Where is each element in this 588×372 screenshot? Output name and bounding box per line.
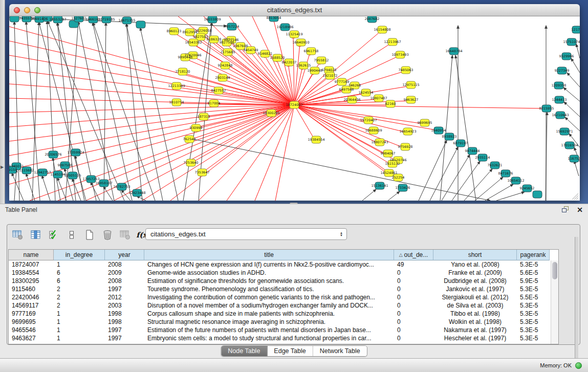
column-header-title[interactable]: title — [144, 250, 394, 260]
table-row[interactable]: 1456911722003Disruption of a novel membe… — [9, 301, 558, 310]
table-cell[interactable]: 49 — [394, 261, 433, 268]
tab-edge-table[interactable]: Edge Table — [267, 346, 313, 356]
collapsed-west-panel-divider[interactable]: ▶ — [0, 0, 5, 204]
table-cell[interactable]: Wolkin et al. (1998) — [433, 318, 517, 325]
zoom-window-button[interactable] — [34, 7, 40, 13]
table-scrollbar[interactable] — [551, 260, 558, 344]
table-cell[interactable]: 1997 — [105, 335, 144, 342]
table-cell[interactable]: 9115460 — [9, 286, 54, 293]
table-cell[interactable]: 5.9E-5 — [517, 277, 550, 285]
table-cell[interactable]: 5.5E-5 — [517, 294, 550, 301]
graph-node-teal[interactable] — [10, 16, 19, 22]
table-cell[interactable]: 9777169 — [9, 310, 54, 317]
table-scrollbar-thumb[interactable] — [552, 262, 557, 279]
table-cell[interactable]: 14569117 — [9, 302, 54, 309]
table-row[interactable]: 1872400712008Changes of HCN gene express… — [9, 260, 558, 269]
table-cell[interactable]: 1998 — [105, 318, 144, 325]
table-settings-button[interactable] — [12, 230, 24, 240]
table-cell[interactable]: 5.3E-5 — [517, 326, 550, 334]
table-cell[interactable]: Estimation of the future numbers of pati… — [144, 326, 394, 334]
column-header-in_degree[interactable]: in_degree — [54, 250, 105, 260]
table-cell[interactable]: Disruption of a novel member of a sodium… — [144, 302, 394, 309]
table-cell[interactable]: 2008 — [105, 277, 144, 285]
tab-network-table[interactable]: Network Table — [313, 346, 367, 356]
table-cell[interactable]: de Silva et al. (2003) — [433, 302, 517, 309]
table-cell[interactable]: 2012 — [105, 294, 144, 301]
column-header-year[interactable]: year — [105, 250, 144, 260]
table-cell[interactable]: 5.3E-5 — [517, 310, 550, 317]
table-cell[interactable]: 0 — [394, 286, 433, 293]
table-cell[interactable]: 2 — [54, 286, 105, 293]
table-cell[interactable]: 1998 — [105, 310, 144, 317]
table-cell[interactable]: 22420046 — [9, 294, 54, 301]
select-columns-checklist-button[interactable] — [48, 230, 59, 240]
table-cell[interactable]: 1 — [54, 335, 105, 342]
table-cell[interactable]: 0 — [394, 277, 433, 285]
table-cell[interactable]: 0 — [394, 318, 433, 325]
minimize-window-button[interactable] — [24, 7, 30, 13]
column-header-pagerank[interactable]: pagerank — [517, 250, 550, 260]
table-cell[interactable]: Dudbridge et al. (2008) — [433, 277, 517, 285]
table-row[interactable]: 1830029562008Estimation of significance … — [9, 277, 558, 285]
table-cell[interactable]: 5.3E-5 — [517, 318, 550, 325]
table-cell[interactable]: 18724007 — [9, 261, 54, 268]
network-canvas[interactable]: 1872400789601238912954182260589827503165… — [9, 16, 580, 201]
table-cell[interactable]: 1 — [54, 310, 105, 317]
table-row[interactable]: 1938455462009Genome-wide association stu… — [9, 269, 558, 277]
table-row[interactable]: 946554611997Estimation of the future num… — [9, 326, 558, 334]
column-header-short[interactable]: short — [433, 250, 517, 260]
table-cell[interactable]: 1 — [54, 261, 105, 268]
network-window-titlebar[interactable]: citations_edges.txt — [9, 4, 580, 16]
table-cell[interactable]: 18300295 — [9, 277, 54, 285]
table-cell[interactable]: 0 — [394, 335, 433, 342]
table-cell[interactable]: 9465546 — [9, 326, 54, 334]
table-cell[interactable]: Jankovic et al. (1997) — [433, 286, 517, 293]
float-panel-icon[interactable] — [562, 205, 569, 214]
table-cell[interactable]: Hescheler et al. (1997) — [433, 335, 517, 342]
table-cell[interactable]: Corpus callosum shape and size in male p… — [144, 310, 394, 317]
table-cell[interactable]: 0 — [394, 310, 433, 317]
table-cell[interactable]: Tourette syndrome. Phenomenology and cla… — [144, 286, 394, 293]
table-cell[interactable]: 6 — [54, 269, 105, 276]
table-row[interactable]: 946362711997Embryonic stem cells: a mode… — [9, 334, 558, 342]
table-cell[interactable]: 2 — [54, 302, 105, 309]
column-header-name[interactable]: name — [9, 250, 54, 260]
graph-node-teal[interactable] — [533, 191, 542, 198]
table-cell[interactable]: 1997 — [105, 286, 144, 293]
table-cell[interactable]: Structural magnetic resonance image aver… — [144, 318, 394, 325]
table-cell[interactable]: Changes of HCN gene expression and I(f) … — [144, 261, 394, 268]
table-cell[interactable]: 0 — [394, 269, 433, 276]
column-header-out_de[interactable]: △out_de... — [394, 250, 433, 260]
tab-node-table[interactable]: Node Table — [221, 346, 267, 356]
table-cell[interactable]: Investigating the contribution of common… — [144, 294, 394, 301]
table-cell[interactable]: 5.3E-5 — [517, 261, 550, 268]
show-column-button[interactable] — [30, 230, 41, 240]
close-panel-icon[interactable]: ✕ — [577, 207, 583, 213]
expand-panel-arrow-icon[interactable]: ▶ — [1, 165, 4, 169]
table-cell[interactable]: 2009 — [105, 269, 144, 276]
table-cell[interactable]: Embryonic stem cells: a model to study s… — [144, 335, 394, 342]
table-row[interactable]: 977716911998Corpus callosum shape and si… — [9, 310, 558, 318]
table-cell[interactable]: Tibbo et al. (1998) — [433, 310, 517, 317]
table-cell[interactable]: 5.3E-5 — [517, 335, 550, 342]
table-cell[interactable]: Nakamura et al. (1997) — [433, 326, 517, 334]
table-row[interactable]: 969969511998Structural magnetic resonanc… — [9, 318, 558, 326]
table-cell[interactable]: 2003 — [105, 302, 144, 309]
table-cell[interactable]: 9463627 — [9, 335, 54, 342]
table-cell[interactable]: 9699695 — [9, 318, 54, 325]
delete-table-button[interactable] — [102, 230, 113, 240]
table-cell[interactable]: 1 — [54, 318, 105, 325]
table-cell[interactable]: 0 — [394, 302, 433, 309]
table-cell[interactable]: 19384554 — [9, 269, 54, 276]
table-cell[interactable]: Franke et al. (2009) — [433, 269, 517, 276]
table-cell[interactable]: Estimation of significance thresholds fo… — [144, 277, 394, 285]
table-row[interactable]: 2242004622012Investigating the contribut… — [9, 293, 558, 301]
table-source-select[interactable]: citations_edges.txt ▲▼ — [145, 228, 347, 240]
table-row[interactable]: 911546021997Tourette syndrome. Phenomeno… — [9, 285, 558, 293]
table-cell[interactable]: Genome-wide association studies in ADHD. — [144, 269, 394, 276]
table-cell[interactable]: 1 — [54, 326, 105, 334]
close-window-button[interactable] — [14, 7, 20, 13]
import-table-button-disabled[interactable] — [120, 230, 131, 240]
row-height-button[interactable] — [66, 230, 77, 240]
new-table-button[interactable] — [84, 230, 95, 240]
